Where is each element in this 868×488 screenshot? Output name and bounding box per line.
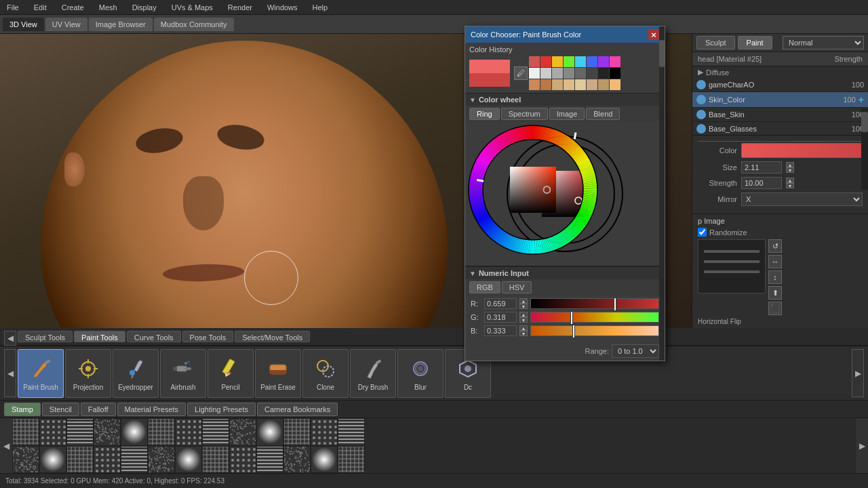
- color-swatch[interactable]: [610, 79, 620, 90]
- size-down-btn[interactable]: ▼: [786, 167, 794, 173]
- cc-scrollbar[interactable]: [659, 26, 665, 361]
- size-input[interactable]: [741, 161, 782, 174]
- b-down-btn[interactable]: ▼: [519, 331, 528, 336]
- paint-erase-tool[interactable]: Paint Erase: [255, 349, 301, 398]
- color-swatch[interactable]: [540, 68, 551, 79]
- color-swatch[interactable]: [552, 56, 563, 67]
- stamp-thumb[interactable]: [121, 418, 148, 446]
- layer-item[interactable]: Skin_Color 100 +: [692, 92, 868, 108]
- color-swatch[interactable]: [529, 68, 540, 79]
- color-swatch[interactable]: [564, 56, 574, 67]
- layer-item[interactable]: Base_Skin 100: [692, 108, 868, 122]
- cc-scrollbar-thumb[interactable]: [659, 40, 665, 67]
- strength-input[interactable]: [741, 177, 782, 189]
- stamp-thumb[interactable]: [12, 418, 39, 446]
- g-up-btn[interactable]: ▲: [519, 312, 528, 317]
- color-swatch[interactable]: [552, 68, 563, 79]
- tool-icons-prev[interactable]: ◀: [4, 349, 16, 397]
- stamp-thumb[interactable]: [202, 418, 229, 446]
- stamp-refresh-btn[interactable]: ↺: [768, 239, 782, 253]
- image-tab[interactable]: Image: [549, 108, 585, 120]
- stamp-flip-h-btn[interactable]: ↔: [768, 255, 782, 268]
- g-down-btn[interactable]: ▼: [519, 317, 528, 323]
- stamp-thumb[interactable]: [175, 418, 202, 446]
- stamp-thumb[interactable]: [94, 418, 121, 446]
- color-swatch[interactable]: [587, 56, 597, 67]
- color-swatch[interactable]: [529, 56, 540, 67]
- stamp-import-btn[interactable]: ⬛: [768, 302, 782, 315]
- stamp-thumb[interactable]: [338, 446, 365, 474]
- strength-down-btn[interactable]: ▼: [786, 183, 794, 188]
- g-value-input[interactable]: [484, 312, 517, 323]
- stamp-thumb[interactable]: [148, 446, 175, 474]
- range-select[interactable]: 0 to 1.0 0 to 255: [612, 344, 659, 358]
- sculpt-tools-tab[interactable]: Sculpt Tools: [18, 331, 73, 342]
- stamp-slider3[interactable]: [704, 270, 760, 273]
- b-up-btn[interactable]: ▲: [519, 325, 528, 331]
- color-swatch[interactable]: [598, 79, 609, 90]
- color-swatch[interactable]: [552, 79, 563, 90]
- hue-wheel-canvas[interactable]: [465, 122, 601, 258]
- color-swatch[interactable]: [587, 79, 597, 90]
- stamp-thumb[interactable]: [256, 446, 283, 474]
- stamp-thumb[interactable]: [94, 446, 121, 474]
- sculpt-button[interactable]: Sculpt: [696, 36, 735, 49]
- stamp-export-btn[interactable]: ⬆: [768, 286, 782, 300]
- size-up-btn[interactable]: ▲: [786, 162, 794, 167]
- projection-tool[interactable]: Projection: [65, 349, 111, 398]
- randomize-checkbox[interactable]: [698, 228, 707, 237]
- tab-mudbox-community[interactable]: Mudbox Community: [154, 18, 234, 31]
- menu-windows[interactable]: Windows: [264, 2, 300, 13]
- stamp-thumb[interactable]: [229, 418, 256, 446]
- stamp-slider2[interactable]: [704, 260, 760, 263]
- lighting-presets-tab[interactable]: Lighting Presets: [187, 403, 256, 416]
- layer-item[interactable]: Base_Glasses 100: [692, 122, 868, 135]
- b-thumb[interactable]: [572, 325, 575, 338]
- tab-uv-view[interactable]: UV View: [45, 18, 87, 31]
- tab-image-browser[interactable]: Image Browser: [89, 18, 153, 31]
- r-slider[interactable]: [530, 298, 659, 309]
- g-slider[interactable]: [530, 312, 659, 323]
- stamp-thumb[interactable]: [229, 446, 256, 474]
- color-swatch[interactable]: [575, 56, 586, 67]
- menu-render[interactable]: Render: [225, 2, 255, 13]
- r-up-btn[interactable]: ▲: [519, 298, 528, 304]
- material-presets-tab[interactable]: Material Presets: [117, 403, 186, 416]
- stamp-thumb[interactable]: [256, 418, 283, 446]
- tab-3d-view[interactable]: 3D View: [3, 18, 44, 31]
- stamp-tab[interactable]: Stamp: [4, 403, 41, 416]
- stamp-thumb[interactable]: [202, 446, 229, 474]
- stamp-thumbs-prev[interactable]: ◀: [0, 418, 12, 473]
- stamp-flip-v-btn[interactable]: ↕: [768, 270, 782, 284]
- b-slider[interactable]: [530, 325, 659, 336]
- stamp-thumb[interactable]: [39, 446, 66, 474]
- airbrush-tool[interactable]: Airbrush: [160, 349, 206, 398]
- color-swatch[interactable]: [610, 68, 620, 79]
- stamp-thumb[interactable]: [283, 446, 311, 474]
- r-value-input[interactable]: [484, 298, 517, 309]
- menu-uvs-maps[interactable]: UVs & Maps: [169, 2, 216, 13]
- paint-button[interactable]: Paint: [738, 36, 772, 49]
- numeric-collapse-arrow[interactable]: ▼: [469, 270, 476, 277]
- spectrum-tab[interactable]: Spectrum: [501, 108, 548, 120]
- stamp-thumb[interactable]: [121, 446, 148, 474]
- normal-select[interactable]: Normal: [783, 36, 864, 49]
- stencil-tab[interactable]: Stencil: [42, 403, 79, 416]
- color-wheel-canvas[interactable]: [465, 122, 665, 266]
- color-chooser-titlebar[interactable]: Color Chooser: Paint Brush Color ×: [465, 26, 665, 43]
- strength-up-btn[interactable]: ▲: [786, 178, 794, 183]
- stamp-thumb[interactable]: [175, 446, 202, 474]
- rgb-tab[interactable]: RGB: [469, 281, 500, 293]
- layer-add-button[interactable]: +: [859, 94, 864, 105]
- color-swatch[interactable]: [564, 79, 574, 90]
- stamp-thumb[interactable]: [66, 418, 94, 446]
- g-thumb[interactable]: [570, 311, 573, 325]
- pencil-tool[interactable]: Pencil: [208, 349, 254, 398]
- camera-bookmarks-tab[interactable]: Camera Bookmarks: [257, 403, 338, 416]
- color-swatch[interactable]: [529, 79, 540, 90]
- color-chooser-close-btn[interactable]: ×: [648, 29, 659, 40]
- r-thumb[interactable]: [614, 298, 616, 311]
- tools-nav-prev[interactable]: ◀: [4, 331, 16, 346]
- mirror-select[interactable]: X Y Z None: [741, 192, 863, 206]
- layer-item[interactable]: gameCharAO 100: [692, 78, 868, 92]
